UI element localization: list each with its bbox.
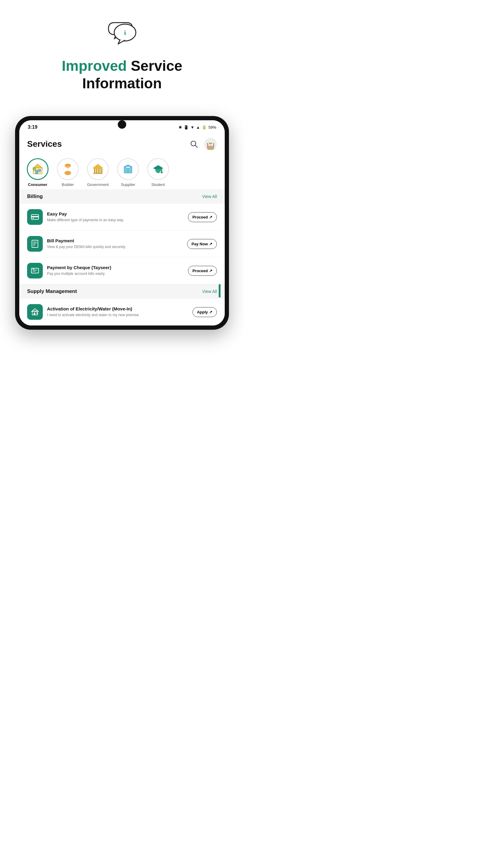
activation-wrapper: Activation of Electricity/Water (Move-In…: [19, 299, 225, 326]
svg-rect-14: [65, 166, 71, 167]
app-title: Services: [27, 139, 62, 149]
cheque-payment-info: Payment by Cheque (Tayseer) Pay you mult…: [47, 265, 184, 276]
supply-section-header: Supply Management View All: [19, 284, 225, 299]
svg-rect-22: [93, 173, 102, 174]
search-button[interactable]: [189, 138, 199, 150]
cheque-payment-button[interactable]: Proceed ↗: [188, 266, 217, 276]
builder-tab-label: Builder: [62, 182, 74, 187]
header-icons: [189, 138, 217, 150]
status-time: 3:19: [28, 124, 37, 130]
phone-frame: 3:19 ✱ 📳 ▼ ▲ 🔋 59% Services: [15, 116, 229, 330]
bill-payment-desc: View & pay your DEWA bills quickly and s…: [47, 244, 183, 250]
activation-name: Activation of Electricity/Water (Move-In…: [47, 306, 188, 311]
info-chat-icon: i: [105, 18, 138, 48]
supply-view-all[interactable]: View All: [202, 289, 217, 294]
svg-rect-31: [31, 216, 38, 217]
consumer-tab-label: Consumer: [28, 182, 47, 187]
government-tab-label: Government: [87, 182, 109, 187]
easy-pay-info: Easy Pay Make different type of payments…: [47, 211, 184, 223]
activation-desc: I need to activate electricity and water…: [47, 313, 188, 318]
battery-icon: 🔋: [202, 125, 207, 130]
user-avatar[interactable]: [204, 138, 217, 150]
easy-pay-arrow-icon: ↗: [209, 215, 213, 219]
wifi-icon: ▼: [190, 125, 194, 130]
activation-arrow-icon: ↗: [209, 310, 213, 314]
tab-builder[interactable]: Builder: [54, 158, 82, 187]
bill-payment-arrow-icon: ↗: [209, 242, 213, 246]
phone-screen: 3:19 ✱ 📳 ▼ ▲ 🔋 59% Services: [19, 120, 225, 326]
phone-notch: [118, 120, 126, 129]
cheque-payment-icon: [27, 263, 43, 278]
billing-view-all[interactable]: View All: [202, 194, 217, 199]
battery-percent: 59%: [208, 125, 216, 130]
svg-line-3: [195, 145, 197, 147]
consumer-tab-circle: [27, 158, 48, 180]
billing-section-header: Billing View All: [19, 189, 225, 204]
tab-supplier[interactable]: Supplier: [115, 158, 141, 187]
cheque-payment-indicator: [219, 284, 221, 298]
svg-rect-10: [33, 168, 36, 170]
svg-rect-41: [33, 269, 34, 270]
top-section: i Improved ServiceInformation: [0, 0, 244, 116]
bill-payment-info: Bill Payment View & pay your DEWA bills …: [47, 238, 183, 250]
supply-title: Supply Management: [27, 288, 77, 294]
easy-pay-button[interactable]: Proceed ↗: [188, 212, 217, 222]
bluetooth-icon: ✱: [178, 125, 182, 130]
easy-pay-name: Easy Pay: [47, 211, 184, 216]
easy-pay-desc: Make different type of payments in an ea…: [47, 218, 184, 223]
builder-tab-circle: [57, 158, 78, 180]
cheque-payment-wrapper: Payment by Cheque (Tayseer) Pay you mult…: [19, 257, 225, 284]
svg-marker-6: [33, 164, 43, 168]
svg-rect-19: [101, 169, 102, 173]
government-tab-circle: [87, 158, 109, 180]
svg-rect-8: [36, 170, 38, 174]
tab-student[interactable]: Student: [144, 158, 172, 187]
easy-pay-item: Easy Pay Make different type of payments…: [19, 204, 225, 230]
billing-title: Billing: [27, 193, 43, 199]
svg-rect-26: [126, 166, 130, 168]
svg-rect-44: [34, 313, 35, 315]
app-header: Services: [19, 132, 225, 153]
easy-pay-wrapper: Easy Pay Make different type of payments…: [19, 204, 225, 230]
cheque-payment-desc: Pay you multiple account bills easily: [47, 271, 184, 276]
svg-rect-18: [99, 169, 101, 173]
supplier-tab-label: Supplier: [121, 182, 135, 187]
cheque-payment-item: Payment by Cheque (Tayseer) Pay you mult…: [19, 257, 225, 284]
svg-marker-21: [93, 164, 103, 168]
svg-rect-32: [32, 218, 34, 218]
svg-point-5: [207, 146, 214, 150]
activation-item: Activation of Electricity/Water (Move-In…: [19, 299, 225, 326]
svg-rect-15: [94, 169, 95, 173]
activation-info: Activation of Electricity/Water (Move-In…: [47, 306, 188, 318]
svg-marker-25: [124, 164, 132, 166]
category-tabs: Consumer Builder: [19, 153, 225, 189]
svg-rect-33: [32, 240, 38, 247]
easy-pay-icon: [27, 209, 43, 225]
status-icons: ✱ 📳 ▼ ▲ 🔋 59%: [178, 125, 216, 130]
svg-text:i: i: [124, 29, 126, 36]
svg-rect-17: [98, 169, 99, 173]
svg-rect-16: [96, 169, 97, 173]
svg-rect-38: [31, 268, 38, 273]
svg-point-29: [161, 172, 163, 173]
bill-payment-name: Bill Payment: [47, 238, 183, 243]
bill-payment-item: Bill Payment View & pay your DEWA bills …: [19, 230, 225, 257]
activation-icon: [27, 304, 43, 320]
bill-payment-button[interactable]: Pay Now ↗: [187, 239, 217, 249]
signal-icon: ▲: [196, 125, 200, 130]
supplier-tab-circle: [117, 158, 139, 180]
tab-consumer[interactable]: Consumer: [24, 158, 51, 187]
cheque-payment-name: Payment by Cheque (Tayseer): [47, 265, 184, 270]
tab-government[interactable]: Government: [84, 158, 111, 187]
vibrate-icon: 📳: [184, 125, 189, 130]
bill-payment-wrapper: Bill Payment View & pay your DEWA bills …: [19, 230, 225, 257]
svg-point-12: [64, 171, 71, 175]
svg-rect-9: [38, 169, 41, 172]
activation-button[interactable]: Apply ↗: [193, 307, 217, 317]
student-tab-label: Student: [152, 182, 165, 187]
student-tab-circle: [147, 158, 169, 180]
bill-payment-icon: [27, 236, 43, 252]
phone-mockup: 3:19 ✱ 📳 ▼ ▲ 🔋 59% Services: [10, 116, 233, 330]
cheque-payment-arrow-icon: ↗: [209, 269, 213, 273]
headline: Improved ServiceInformation: [62, 57, 182, 92]
